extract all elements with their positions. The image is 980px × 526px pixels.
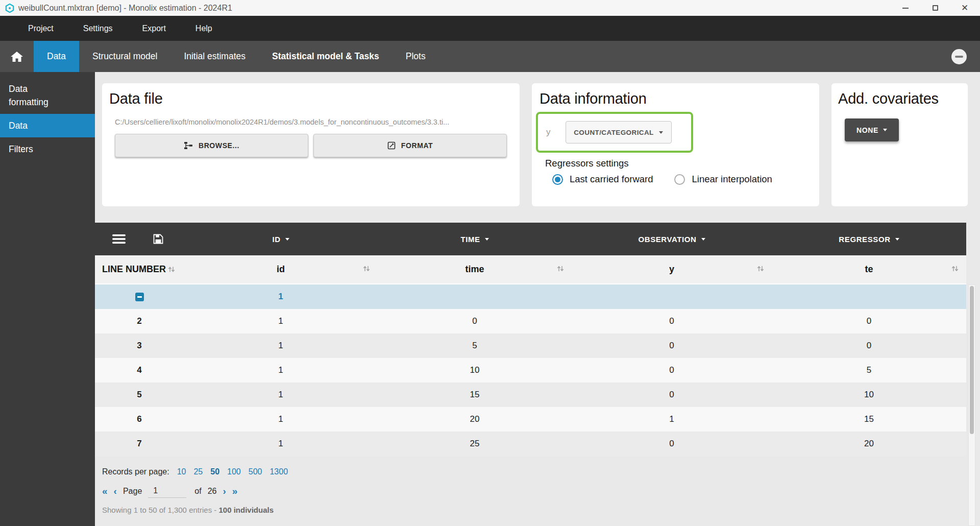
maximize-button[interactable] [931, 4, 939, 12]
sort-icon [556, 265, 565, 272]
app-logo-icon [5, 4, 14, 13]
page-size-25[interactable]: 25 [193, 467, 203, 476]
column-header-y[interactable]: y [572, 264, 772, 275]
table-row[interactable]: 4 1 10 0 5 [95, 358, 966, 382]
cell-time: 20 [378, 414, 572, 424]
menu-settings[interactable]: Settings [68, 16, 128, 41]
tab-data[interactable]: Data [34, 41, 79, 72]
observation-type-dropdown[interactable]: COUNT/CATEGORICAL [566, 121, 672, 144]
chevron-down-icon [285, 238, 289, 241]
vertical-scrollbar[interactable] [968, 284, 975, 526]
browse-button-label: BROWSE... [199, 141, 239, 150]
radio-linear-label: Linear interpolation [692, 174, 772, 185]
column-header-line-number[interactable]: LINE NUMBER [95, 264, 184, 275]
page-size-10[interactable]: 10 [177, 467, 186, 476]
sort-icon [756, 265, 765, 272]
minimize-button[interactable] [901, 4, 910, 12]
page-size-500[interactable]: 500 [249, 467, 262, 476]
page-size-50[interactable]: 50 [210, 467, 219, 476]
first-page-button[interactable]: « [102, 486, 108, 496]
column-group-time[interactable]: TIME [378, 235, 572, 244]
tab-structural-model[interactable]: Structural model [79, 41, 170, 72]
column-header-time[interactable]: time [378, 264, 572, 275]
cell-line: 4 [95, 365, 184, 375]
cell-y: 0 [572, 439, 772, 449]
format-icon [387, 141, 396, 150]
next-page-button[interactable]: › [223, 486, 226, 496]
observation-name-label: y [546, 127, 551, 137]
column-header-time-label: time [465, 264, 484, 274]
format-button[interactable]: FORMAT [313, 134, 507, 157]
chevron-down-icon [659, 131, 663, 134]
cell-te: 5 [772, 365, 966, 375]
table-row[interactable]: 5 1 15 0 10 [95, 382, 966, 407]
data-file-path: C:/Users/celliere/lixoft/monolix/monolix… [115, 118, 507, 126]
table-toolbar-icons [95, 234, 184, 244]
table-row[interactable]: 3 1 5 0 0 [95, 333, 966, 358]
close-button[interactable]: ✕ [961, 4, 969, 12]
table-row[interactable]: 7 1 25 0 20 [95, 432, 966, 456]
scrollbar-thumb[interactable] [970, 286, 974, 434]
entries-summary-text: Showing 1 to 50 of 1,300 entries - [102, 506, 218, 514]
cell-line: 7 [95, 439, 184, 449]
menu-export[interactable]: Export [128, 16, 181, 41]
menu-help[interactable]: Help [181, 16, 227, 41]
covariates-none-dropdown[interactable]: NONE [845, 118, 899, 141]
records-per-page-label: Records per page: [102, 467, 169, 476]
last-page-button[interactable]: » [232, 486, 238, 496]
window-title: weibullCount.mlxtran [demo] - Monolix es… [18, 4, 232, 13]
sort-icon [167, 266, 176, 273]
home-button[interactable] [0, 41, 34, 72]
column-group-time-label: TIME [460, 235, 480, 244]
chevron-down-icon [485, 238, 489, 241]
column-header-te[interactable]: te [772, 264, 966, 275]
column-group-regressor[interactable]: REGRESSOR [772, 235, 966, 244]
page-number-input[interactable] [148, 484, 186, 498]
save-icon[interactable] [153, 234, 163, 244]
column-group-observation-label: OBSERVATION [638, 235, 696, 244]
page-size-100[interactable]: 100 [227, 467, 241, 476]
sidebar-item-data-formatting[interactable]: Data formatting [0, 77, 61, 114]
tab-initial-estimates[interactable]: Initial estimates [170, 41, 259, 72]
table-row[interactable]: 6 1 20 1 15 [95, 407, 966, 432]
browse-button[interactable]: BROWSE... [115, 134, 308, 157]
cell-te: 0 [772, 341, 966, 351]
chevron-down-icon [701, 238, 705, 241]
records-per-page: Records per page: 10 25 50 100 500 1300 [102, 467, 980, 476]
collapse-group-icon[interactable] [135, 293, 144, 301]
column-header-te-label: te [865, 264, 873, 274]
cell-id: 1 [184, 439, 378, 449]
data-information-title: Data information [540, 90, 819, 107]
data-file-buttons: BROWSE... FORMAT [115, 134, 507, 157]
previous-page-button[interactable]: ‹ [114, 486, 117, 496]
cell-time: 10 [378, 365, 572, 375]
total-pages: 26 [208, 487, 217, 496]
radio-linear-interpolation[interactable]: Linear interpolation [674, 174, 772, 185]
page-size-1300[interactable]: 1300 [270, 467, 288, 476]
table-row[interactable]: 2 1 0 0 0 [95, 309, 966, 333]
table-menu-icon[interactable] [112, 234, 126, 244]
title-bar: weibullCount.mlxtran [demo] - Monolix es… [0, 0, 980, 16]
window-controls: ✕ [901, 4, 980, 12]
column-group-observation[interactable]: OBSERVATION [572, 235, 772, 244]
page-label: Page [123, 487, 142, 496]
table-row[interactable]: 1 [95, 284, 966, 309]
radio-last-carried-forward[interactable]: Last carried forward [552, 174, 653, 185]
data-file-title: Data file [109, 90, 507, 107]
observation-type-highlight: y COUNT/CATEGORICAL [536, 112, 693, 153]
radio-unchecked-icon[interactable] [674, 174, 685, 185]
app-body: Data formatting Data Filters Data file C… [0, 72, 980, 526]
tab-statistical-model-tasks[interactable]: Statistical model & Tasks [259, 41, 393, 72]
cell-te: 0 [772, 316, 966, 326]
feedback-icon[interactable] [951, 49, 967, 64]
data-table: ID TIME OBSERVATION REGRESSOR LINE NUMBE… [95, 223, 966, 456]
home-icon [10, 51, 23, 62]
sidebar-item-data[interactable]: Data [0, 114, 95, 137]
sidebar-item-filters[interactable]: Filters [0, 137, 95, 161]
tab-plots[interactable]: Plots [393, 41, 439, 72]
column-group-id[interactable]: ID [184, 235, 378, 244]
add-covariates-title: Add. covariates [838, 90, 968, 107]
radio-checked-icon[interactable] [552, 174, 563, 185]
menu-project[interactable]: Project [13, 16, 68, 41]
column-header-id[interactable]: id [184, 264, 378, 275]
